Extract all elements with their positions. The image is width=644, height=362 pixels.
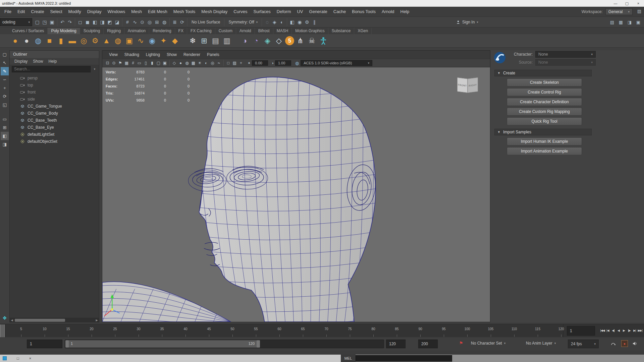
shadows-icon[interactable]: ◐ — [203, 60, 209, 66]
poly-helix-icon[interactable]: ∿ — [136, 36, 146, 46]
view-transform-dropdown[interactable]: ◍ ACES 1.0 SDR-video (sRGB) ▾ — [295, 60, 372, 66]
resolution-gate-icon[interactable]: ▯ — [143, 60, 149, 66]
film-gate-icon[interactable]: ▭ — [136, 60, 143, 66]
step-back-key-button[interactable]: |◀ — [605, 327, 610, 334]
step-forward-frame-button[interactable]: |▶ — [627, 327, 632, 334]
fps-dropdown[interactable]: 24 fps ▾ — [568, 340, 599, 348]
wireframe-on-shaded-icon[interactable]: ◍ — [184, 60, 190, 66]
background-maximize-button[interactable]: □ — [17, 356, 19, 360]
menu-windows[interactable]: Windows — [104, 9, 128, 14]
recent-commands-icon[interactable]: ⟳ — [178, 18, 186, 26]
viewport-menu-panels[interactable]: Panels — [204, 52, 223, 57]
menu-cache[interactable]: Cache — [330, 9, 349, 14]
menu-file[interactable]: File — [1, 9, 14, 14]
outliner-search-input[interactable] — [12, 66, 91, 72]
maximize-button[interactable]: ▢ — [621, 0, 633, 7]
viewcube-front-face[interactable]: FRONT — [457, 77, 468, 93]
highlight-selection-icon[interactable]: ◌ — [263, 18, 271, 26]
snap-to-point-icon[interactable]: ⊙ — [139, 18, 146, 26]
shelf-tab-sculpting[interactable]: Sculpting — [80, 28, 104, 34]
render-current-frame-icon[interactable]: ◧ — [288, 18, 296, 26]
toggle-humanik-icon[interactable]: ▦ — [617, 18, 625, 26]
poly-cone-icon[interactable]: ▲ — [101, 36, 112, 46]
outliner-item-top[interactable]: top — [10, 81, 99, 88]
use-all-lights-icon[interactable]: ☀ — [197, 60, 203, 66]
play-backwards-button[interactable]: ◀ — [616, 327, 621, 334]
outliner-item-defaultobjectset[interactable]: defaultObjectSet — [10, 138, 99, 145]
shelf-tab-bifrost[interactable]: Bifrost — [255, 28, 273, 34]
timeline-ruler[interactable]: 5101520253035404550556065707580859095100… — [0, 324, 564, 338]
background-close-button[interactable]: × — [29, 356, 31, 360]
viewport-menu-shading[interactable]: Shading — [121, 52, 143, 57]
close-button[interactable]: × — [633, 0, 644, 7]
toggle-modeling-toolkit-icon[interactable]: ▤ — [608, 18, 616, 26]
menu-display[interactable]: Display — [84, 9, 105, 14]
xray-icon[interactable]: ▨ — [231, 60, 238, 66]
shelf-tab-rigging[interactable]: Rigging — [104, 28, 124, 34]
animation-start-field[interactable]: 1 — [27, 340, 62, 348]
create-control-rig-button[interactable]: Create Control Rig — [507, 88, 582, 96]
poly-cylinder-icon[interactable]: ▮ — [56, 36, 66, 46]
quick-rig-tool-button[interactable]: Quick Rig Tool — [507, 117, 582, 125]
shelf-tab-mash[interactable]: MASH — [273, 28, 292, 34]
subdiv-sphere-icon[interactable]: ◍ — [33, 36, 43, 46]
poly-cube-icon[interactable]: ■ — [44, 36, 55, 46]
poly-disc-icon[interactable]: ◍ — [113, 36, 123, 46]
view-cube[interactable]: FRONT RIGHT — [457, 75, 480, 96]
safe-action-icon[interactable]: ▢ — [155, 60, 162, 66]
menu-modify[interactable]: Modify — [65, 9, 84, 14]
import-animation-example-button[interactable]: Import Animation Example — [507, 147, 582, 155]
menu-arnold[interactable]: Arnold — [379, 9, 397, 14]
motion-blur-icon[interactable]: ≈ — [216, 60, 222, 66]
range-slider-track[interactable]: 1 120 — [65, 340, 384, 348]
shelf-tab-arnold[interactable]: Arnold — [236, 28, 255, 34]
menu-select[interactable]: Select — [47, 9, 65, 14]
go-to-start-button[interactable]: |◀◀ — [600, 327, 605, 334]
default-material-icon[interactable]: ◐ — [278, 18, 285, 26]
make-live-icon[interactable]: ◍ — [161, 18, 168, 26]
poly-torus-icon[interactable]: ◎ — [78, 36, 89, 46]
step-forward-key-button[interactable]: ▶| — [632, 327, 637, 334]
super-shape-icon[interactable]: ◆ — [170, 36, 180, 46]
outliner-item-front[interactable]: front — [10, 88, 99, 96]
snap-to-view-plane-icon[interactable]: ⊞ — [153, 18, 161, 26]
shelf-tab-curves-surfaces[interactable]: Curves / Surfaces — [9, 28, 48, 34]
layout-custom-pane-icon[interactable]: ◨ — [1, 140, 9, 148]
symmetry-dropdown[interactable]: Symmetry: Off▾ — [226, 20, 260, 24]
layout-outliner-pane-icon[interactable]: ◧ — [1, 132, 9, 140]
workspace-menu-icon[interactable]: ▤ — [637, 9, 641, 14]
scroll-right-icon[interactable]: ▶ — [95, 319, 99, 322]
timeline-playhead[interactable] — [0, 324, 5, 337]
scroll-left-icon[interactable]: ◀ — [10, 319, 14, 322]
outliner-menu-display[interactable]: Display — [12, 59, 30, 64]
wireframe-head-model[interactable] — [102, 67, 490, 322]
step-back-frame-button[interactable]: ◀| — [611, 327, 615, 334]
range-start-handle[interactable] — [65, 340, 69, 348]
scale-tool-icon[interactable]: ◱ — [1, 101, 9, 109]
menu-mesh[interactable]: Mesh — [128, 9, 145, 14]
select-mask-faces-icon[interactable]: ◪ — [113, 18, 121, 26]
shelf-tab-substance[interactable]: Substance — [328, 28, 355, 34]
outliner-item-cc-game-tongue[interactable]: CC_Game_Tongue — [10, 103, 99, 110]
outliner-item-cc-base-teeth[interactable]: CC_Base_Teeth — [10, 117, 99, 124]
redo-icon[interactable]: ↷ — [66, 18, 73, 26]
camera-attributes-icon[interactable]: ▦ — [123, 60, 130, 66]
menu-generate[interactable]: Generate — [306, 9, 330, 14]
viewport-menu-show[interactable]: Show — [163, 52, 180, 57]
current-frame-field[interactable]: 1 — [567, 326, 595, 336]
command-line-language-toggle[interactable]: MEL — [341, 355, 356, 362]
select-by-hierarchy-icon[interactable]: ◻ — [76, 18, 84, 26]
free-image-plane-icon[interactable]: ▥ — [222, 36, 232, 46]
gamma-value[interactable]: 1.00 — [275, 60, 291, 66]
poly-sphere-icon[interactable]: ● — [10, 36, 20, 46]
gate-mask-icon[interactable]: ▮ — [149, 60, 155, 66]
select-by-object-icon[interactable]: ◼ — [84, 18, 91, 26]
save-scene-icon[interactable]: ▣ — [48, 18, 56, 26]
shelf-tab-animation[interactable]: Animation — [124, 28, 149, 34]
scrollbar-track[interactable] — [14, 319, 95, 322]
section-header-create[interactable]: ▼Create — [494, 70, 592, 76]
render-settings-icon[interactable]: ⚙ — [303, 18, 311, 26]
snap-to-curve-icon[interactable]: ∿ — [131, 18, 139, 26]
outliner-item-defaultlightset[interactable]: defaultLightSet — [10, 131, 99, 138]
platonic-solid-icon[interactable]: ✦ — [158, 36, 169, 46]
